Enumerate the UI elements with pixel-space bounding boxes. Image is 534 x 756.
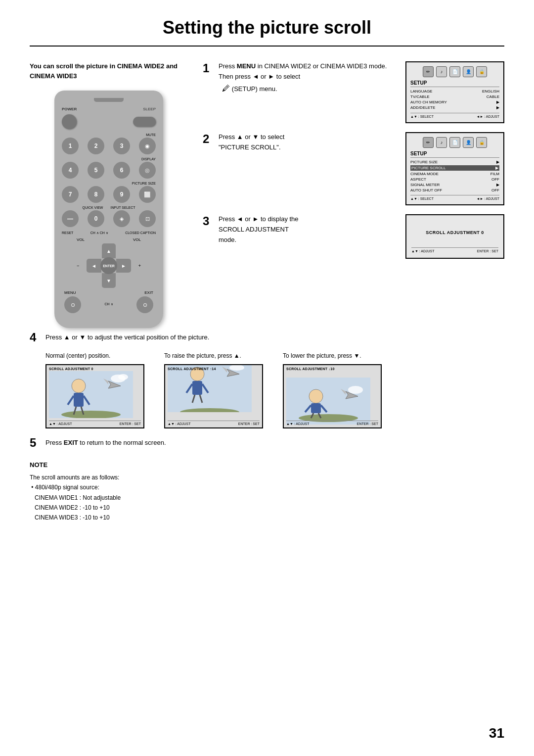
note-section: NOTE The scroll amounts are as follows: … — [30, 460, 504, 523]
person-illustration-raise — [168, 365, 252, 412]
scroll-adj-screen: SCROLL ADJUSTMENT 0 ▲▼ : ADJUST ENTER : … — [405, 214, 504, 259]
screen-icon-file: 📄 — [449, 66, 460, 77]
remote-input-select-label: INPUT SELECT — [110, 206, 135, 209]
note-text-1: The scroll amounts are as follows: — [30, 472, 504, 482]
remote-btn-8[interactable]: 8 — [88, 186, 104, 203]
screen-raise-footer-left: ▲▼ : ADJUST — [168, 422, 191, 425]
svg-rect-3 — [74, 393, 84, 407]
remote-btn-0[interactable]: 0 — [88, 210, 104, 227]
remote-dpad-right[interactable]: ► — [116, 259, 131, 273]
remote-btn-2[interactable]: 2 — [88, 138, 104, 154]
ps-row-picturescroll: PICTURE SCROLL — [411, 166, 445, 170]
remote-mute-label: MUTE — [62, 133, 156, 137]
remote-minus-label: − — [77, 263, 79, 268]
step-3-number: 3 — [203, 214, 214, 228]
scroll-label-raise: SCROLL ADJUSTMENT ↑14 — [168, 367, 260, 371]
note-text-3: CINEMA WIDE1 : Not adjustable — [30, 493, 504, 503]
remote-btn-6[interactable]: 6 — [113, 162, 130, 179]
remote-closed-caption-label: CLOSED CAPTION — [125, 231, 156, 235]
svg-rect-12 — [168, 365, 252, 412]
remote-dpad-down[interactable]: ▼ — [102, 273, 116, 288]
screen-tvcable-label: TV/CABLE — [410, 94, 430, 99]
remote-exit-btn[interactable]: ⊙ — [136, 296, 153, 313]
screen-icon-person: 👤 — [463, 66, 474, 77]
remote-btn-1[interactable]: 1 — [62, 138, 79, 154]
scroll-label-normal: SCROLL ADJUSTMENT 0 — [49, 367, 141, 371]
remote-display-btn[interactable]: ◎ — [139, 162, 156, 179]
ps-icon-music: ♪ — [436, 137, 447, 148]
note-text-5: CINEMA WIDE3 : -10 to +10 — [30, 513, 504, 522]
remote-btn-3[interactable]: 3 — [113, 138, 130, 154]
note-text-4: CINEMA WIDE2 : -10 to +10 — [30, 503, 504, 513]
step-4-number: 4 — [30, 331, 41, 344]
illustration-raise: To raise the picture, press ▲. SCROLL AD… — [164, 352, 263, 428]
remote-picture-size-label: PICTURE SIZE — [62, 182, 156, 185]
screen-lower-footer-right: ENTER : SET — [357, 422, 378, 425]
remote-ch-label: CH ∧ CH ∨ — [90, 231, 108, 235]
person-illustration-lower — [286, 378, 370, 425]
remote-quick-view-btn[interactable]: ◈ — [113, 210, 130, 227]
remote-vol-minus-label: VOL — [77, 237, 85, 242]
screen-adddelete-label: ADD/DELETE — [410, 105, 435, 110]
step-4-area: 4 Press ▲ or ▼ to adjust the vertical po… — [30, 331, 504, 428]
remote-plus-label: + — [138, 263, 141, 268]
remote-sleep-label: SLEEP — [143, 107, 156, 111]
remote-dpad-left[interactable]: ◄ — [87, 259, 101, 273]
remote-picture-size-btn[interactable]: ⬜ — [139, 186, 156, 203]
ps-row-autoshutoff-val: OFF — [491, 188, 499, 192]
screen-icon-pencil: ✏ — [423, 66, 434, 77]
ps-row-autoshutoff: AUTO SHUT OFF — [410, 188, 442, 192]
step-5-area: 5 Press EXIT to return to the normal scr… — [30, 436, 504, 450]
person-illustration-normal — [49, 371, 133, 418]
remote-power-btn[interactable] — [62, 114, 77, 129]
screen-normal-footer-left: ▲▼ : ADJUST — [49, 422, 72, 425]
remote-mute-btn[interactable]: ◉ — [139, 138, 156, 154]
remote-sleep-btn[interactable] — [133, 117, 156, 127]
remote-enter-btn[interactable]: ENTER — [100, 257, 117, 274]
remote-dpad[interactable]: ▲ ▼ ◄ ► ENTER — [87, 243, 131, 288]
svg-point-11 — [118, 374, 128, 380]
screen-normal-footer: ▲▼ : ADJUST ENTER : SET — [49, 421, 141, 425]
screen-language-value: ENGLISH — [482, 89, 499, 94]
page-number: 31 — [489, 725, 504, 741]
ps-icon-person: 👤 — [463, 137, 474, 148]
note-text-2: • 480i/480p signal source: — [30, 482, 504, 492]
page-title-wrapper: Setting the picture scroll — [30, 0, 504, 47]
step-3: 3 Press ◄ or ► to display theSCROLL ADJU… — [203, 214, 504, 259]
remote-btn-5[interactable]: 5 — [88, 162, 104, 179]
remote-btn-dash[interactable]: — — [62, 210, 79, 227]
svg-point-25 — [309, 389, 323, 403]
scroll-label-lower: SCROLL ADJUSTMENT ↓10 — [286, 367, 378, 371]
screen-normal-footer-right: ENTER : SET — [120, 422, 141, 425]
step-4-text: Press ▲ or ▼ to adjust the vertical posi… — [45, 331, 209, 343]
caption-normal: Normal (center) position. — [45, 352, 110, 360]
remote-btn-9[interactable]: 9 — [113, 186, 130, 203]
ps-icon-file: 📄 — [449, 137, 460, 148]
remote-btn-7[interactable]: 7 — [62, 186, 79, 203]
screen-raise-footer: ▲▼ : ADJUST ENTER : SET — [168, 421, 260, 425]
ps-icon-lock: 🔒 — [476, 137, 487, 148]
ps-row-signalmeter: SIGNAL METER — [410, 183, 440, 187]
ps-row-cinemamode-val: FILM — [490, 172, 499, 176]
caption-raise: To raise the picture, press ▲. — [164, 352, 241, 360]
screen-lower-footer-left: ▲▼ : ADJUST — [286, 422, 310, 425]
remote-reset-label: RESET — [62, 231, 73, 235]
svg-rect-26 — [311, 403, 321, 413]
caption-lower: To lower the picture, press ▼. — [283, 352, 361, 360]
remote-quick-view-label: QUICK VIEW — [82, 206, 103, 209]
remote-dpad-up[interactable]: ▲ — [102, 243, 116, 258]
screen-icon-music: ♪ — [436, 66, 447, 77]
remote-input-select-btn[interactable]: ⊡ — [139, 210, 156, 227]
screen-autoch-label: AUTO CH MEMORY — [410, 100, 447, 104]
svg-point-33 — [348, 386, 363, 394]
step-1-number: 1 — [203, 61, 214, 75]
remote-display-label: DISPLAY — [62, 157, 156, 161]
remote-menu-btn[interactable]: ⊙ — [64, 296, 81, 313]
step-1: 1 Press MENU in CINEMA WIDE2 or CINEMA W… — [203, 61, 504, 123]
screen-adddelete-value: ▶ — [496, 105, 499, 110]
svg-rect-15 — [192, 381, 202, 395]
remote-btn-4[interactable]: 4 — [62, 162, 79, 179]
screen-footer-select: ▲▼ : SELECT — [410, 115, 434, 118]
illustration-lower: To lower the picture, press ▼. SCROLL AD… — [283, 352, 382, 428]
picture-scroll-screen: ✏ ♪ 📄 👤 🔒 SETUP PICTURE SIZE ▶ PICTURE S… — [405, 132, 504, 205]
